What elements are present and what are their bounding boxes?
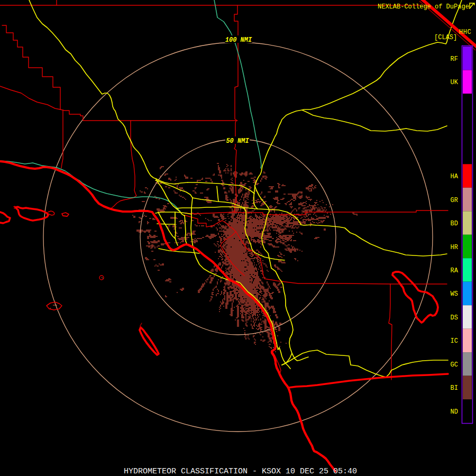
- svg-text:BI: BI: [451, 385, 458, 392]
- svg-text:RA: RA: [451, 267, 459, 274]
- svg-text:HA: HA: [451, 173, 459, 180]
- svg-text:50 NMI: 50 NMI: [226, 138, 249, 145]
- svg-text:RF: RF: [451, 56, 458, 63]
- svg-text:100 NMI: 100 NMI: [225, 36, 252, 44]
- svg-text:UK: UK: [451, 79, 459, 86]
- svg-text:HR: HR: [451, 244, 458, 251]
- svg-text:NEXLAB-College of DuPage: NEXLAB-College of DuPage: [378, 3, 469, 11]
- svg-text:HYDROMETEOR CLASSIFICATION - K: HYDROMETEOR CLASSIFICATION - KSOX 10 DEC…: [124, 467, 357, 476]
- svg-text:ND: ND: [451, 408, 458, 416]
- svg-text:IC: IC: [451, 337, 458, 345]
- svg-text:BD: BD: [451, 220, 458, 227]
- svg-text:GR: GR: [451, 197, 458, 204]
- svg-text:DS: DS: [451, 314, 458, 322]
- svg-text:GC: GC: [451, 361, 458, 369]
- svg-text:[CLAS]: [CLAS]: [434, 34, 457, 41]
- svg-text:HHC: HHC: [459, 29, 471, 36]
- svg-text:WS: WS: [451, 290, 458, 298]
